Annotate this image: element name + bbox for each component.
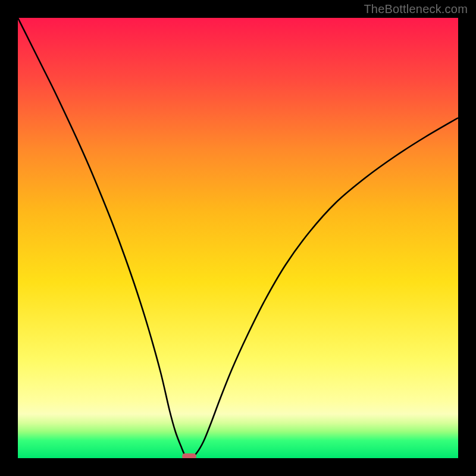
- chart-frame: TheBottleneck.com: [0, 0, 476, 476]
- watermark-text: TheBottleneck.com: [364, 2, 468, 16]
- minimum-marker: [182, 453, 196, 458]
- curve-path: [18, 18, 458, 458]
- bottleneck-curve: [18, 18, 458, 458]
